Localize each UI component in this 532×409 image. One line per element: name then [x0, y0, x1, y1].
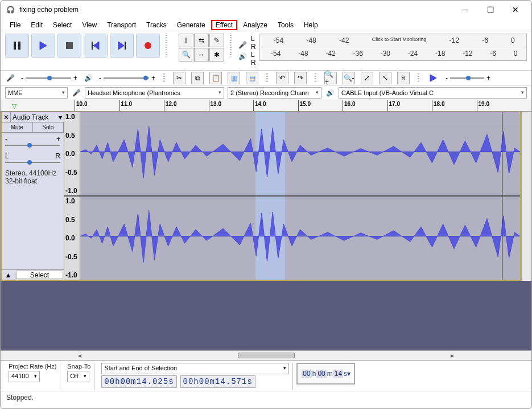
- mic-icon[interactable]: 🎤: [237, 40, 248, 50]
- paste-icon[interactable]: 📋: [209, 72, 222, 84]
- track-name-dropdown[interactable]: Audio Track▾: [11, 112, 64, 122]
- audio-host-select[interactable]: MME: [5, 87, 68, 99]
- multi-tool-icon[interactable]: ✱: [209, 48, 224, 62]
- scroll-right-icon[interactable]: ▸: [447, 351, 457, 359]
- play-cursor-icon[interactable]: ▽: [12, 103, 17, 110]
- scroll-left-icon[interactable]: ◂: [75, 351, 85, 359]
- waveform-svg: [80, 112, 520, 192]
- trim-icon[interactable]: ▥: [228, 72, 240, 84]
- svg-rect-3: [92, 42, 93, 50]
- cut-icon[interactable]: ✂: [173, 72, 185, 84]
- menu-file[interactable]: File: [5, 20, 25, 30]
- draw-tool-icon[interactable]: ✎: [209, 34, 224, 47]
- gain-slider[interactable]: -+: [2, 133, 64, 150]
- solo-button[interactable]: Solo: [33, 122, 64, 132]
- menu-view[interactable]: View: [77, 20, 101, 30]
- zoom-tool-icon[interactable]: 🔍: [179, 48, 193, 62]
- menu-effect[interactable]: Effect: [211, 20, 237, 30]
- record-button[interactable]: [136, 34, 160, 58]
- mic-icon: 🎤: [71, 88, 81, 98]
- project-rate-label: Project Rate (Hz): [9, 363, 56, 370]
- titlebar: 🎧 fixing echo problem ─ ☐ ✕: [1, 1, 531, 19]
- timeline-ruler[interactable]: ▽ 10.0 11.0 12.0 13.0 14.0 15.0 16.0 17.…: [1, 100, 531, 112]
- timeline-tick: 10.0: [75, 100, 119, 111]
- audio-position-display[interactable]: 00h 00m 14s▾: [296, 363, 355, 385]
- play-speed-slider[interactable]: -+: [446, 74, 490, 82]
- selection-tool-icon[interactable]: I: [179, 34, 193, 47]
- menu-analyze[interactable]: Analyze: [238, 20, 272, 30]
- playback-volume-slider[interactable]: -+: [99, 74, 155, 82]
- track-control-panel: ✕ Audio Track▾ Mute Solo -+ LR Stereo, 4…: [2, 112, 64, 280]
- zoom-in-icon[interactable]: 🔍+: [324, 72, 337, 84]
- menu-select[interactable]: Select: [48, 20, 76, 30]
- amplitude-scale: 1.00.50.0-0.5-1.0: [64, 112, 80, 195]
- recording-volume-slider[interactable]: -+: [21, 74, 77, 82]
- menu-edit[interactable]: Edit: [26, 20, 47, 30]
- stop-button[interactable]: [57, 34, 81, 58]
- speaker-icon[interactable]: 🔊: [237, 51, 248, 62]
- horizontal-scrollbar[interactable]: ◂ ▸: [1, 350, 531, 361]
- svg-rect-2: [66, 42, 73, 49]
- separator: [418, 73, 419, 83]
- waveform-right-channel[interactable]: 1.00.50.0-0.5-1.0: [64, 197, 520, 280]
- separator: [315, 73, 316, 83]
- vertical-scrollbar[interactable]: [521, 112, 531, 281]
- menu-generate[interactable]: Generate: [172, 20, 210, 30]
- timeline-tick: 18.0: [432, 100, 477, 111]
- scroll-thumb[interactable]: [238, 353, 295, 358]
- copy-icon[interactable]: ⧉: [191, 72, 204, 84]
- collapse-button[interactable]: ▲: [2, 270, 15, 280]
- close-button[interactable]: ✕: [505, 2, 526, 18]
- envelope-tool-icon[interactable]: ⇆: [194, 34, 209, 47]
- track-close-button[interactable]: ✕: [2, 112, 11, 122]
- lr-labels: LRLR: [251, 34, 256, 68]
- meter-icons: 🎤 🔊: [237, 34, 248, 68]
- mute-button[interactable]: Mute: [2, 122, 33, 132]
- svg-rect-0: [14, 42, 16, 50]
- track-select-button[interactable]: Select: [16, 271, 63, 279]
- svg-rect-1: [18, 42, 20, 50]
- selection-mode-select[interactable]: Start and End of Selection: [101, 363, 289, 374]
- amplitude-scale: 1.00.50.0-0.5-1.0: [64, 197, 80, 280]
- recording-device-select[interactable]: Headset Microphone (Plantronics: [85, 87, 224, 99]
- tool-palette: I ⇆ ✎ 🔍 ↔ ✱: [179, 34, 224, 68]
- menu-tracks[interactable]: Tracks: [142, 20, 171, 30]
- menu-tools[interactable]: Tools: [273, 20, 298, 30]
- channels-select[interactable]: 2 (Stereo) Recording Chann: [228, 87, 321, 99]
- maximize-button[interactable]: ☐: [480, 2, 501, 18]
- skip-end-button[interactable]: [110, 34, 134, 58]
- empty-track-space[interactable]: [1, 281, 531, 350]
- project-rate-select[interactable]: 44100: [9, 371, 40, 382]
- silence-icon[interactable]: ▤: [246, 72, 258, 84]
- snap-to-label: Snap-To: [67, 363, 90, 370]
- playback-device-select[interactable]: CABLE Input (VB-Audio Virtual C: [339, 87, 527, 99]
- undo-icon[interactable]: ↶: [276, 72, 288, 84]
- minimize-button[interactable]: ─: [455, 2, 476, 18]
- track-format-info: Stereo, 44100Hz32-bit float: [2, 167, 64, 187]
- snap-to-select[interactable]: Off: [67, 371, 89, 382]
- redo-icon[interactable]: ↷: [294, 72, 307, 84]
- skip-start-button[interactable]: [84, 34, 108, 58]
- selection-toolbar: Project Rate (Hz) 44100 Snap-To Off Star…: [1, 361, 531, 391]
- pan-slider[interactable]: LR: [2, 150, 64, 167]
- timeshift-tool-icon[interactable]: ↔: [194, 48, 209, 62]
- separator: [266, 73, 268, 83]
- selection-start-time[interactable]: 00h00m14.025s: [101, 375, 176, 388]
- timeline-tick: 15.0: [298, 100, 343, 111]
- timeline-tick: 11.0: [119, 100, 164, 111]
- play-button[interactable]: [31, 34, 55, 58]
- menu-transport[interactable]: Transport: [102, 20, 141, 30]
- waveform-left-channel[interactable]: 1.00.50.0-0.5-1.0: [64, 112, 520, 197]
- zoom-toggle-icon[interactable]: ⤫: [397, 72, 410, 84]
- selection-end-time[interactable]: 00h00m14.571s: [180, 375, 255, 388]
- fit-selection-icon[interactable]: ⤢: [361, 72, 373, 84]
- play-at-speed-icon[interactable]: [427, 72, 440, 84]
- menubar: File Edit Select View Transport Tracks G…: [1, 19, 531, 31]
- status-text: Stopped.: [6, 394, 34, 402]
- zoom-out-icon[interactable]: 🔍-: [343, 72, 355, 84]
- pause-button[interactable]: [5, 34, 29, 58]
- fit-project-icon[interactable]: ⤡: [379, 72, 391, 84]
- menu-help[interactable]: Help: [299, 20, 323, 30]
- level-meters[interactable]: -54-48-42Click to Start Monitoring-12-60…: [259, 34, 527, 61]
- waveform-display[interactable]: 1.00.50.0-0.5-1.0 1.00.50.0-0.5-1.0: [64, 112, 520, 280]
